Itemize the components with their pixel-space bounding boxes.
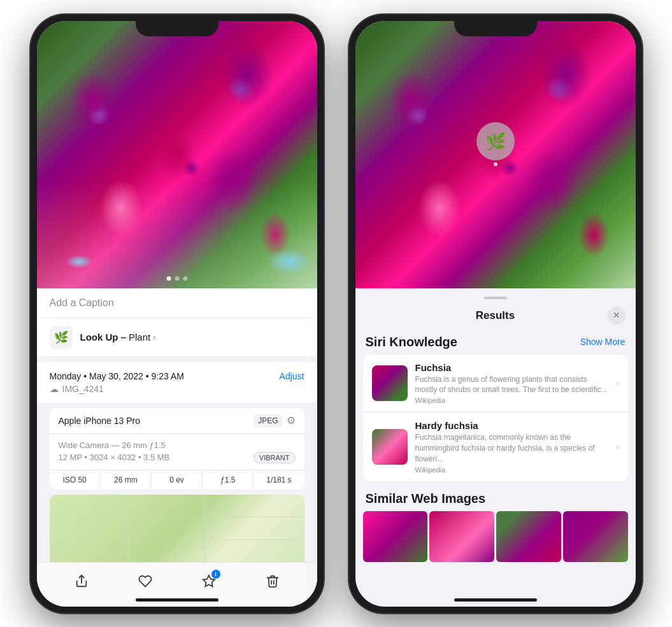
- page-dots: [166, 276, 187, 281]
- web-image-4[interactable]: [563, 511, 628, 562]
- filename-row: ☁ IMG_4241: [50, 384, 304, 394]
- knowledge-item-fuchsia[interactable]: Fuchsia Fuchsia is a genus of flowering …: [363, 355, 628, 412]
- cloud-icon: ☁: [50, 384, 59, 394]
- info-button[interactable]: i: [195, 567, 223, 595]
- badges: JPEG ⚙: [254, 414, 295, 427]
- show-more-button[interactable]: Show More: [580, 337, 626, 347]
- caption-area[interactable]: Add a Caption: [37, 288, 317, 318]
- delete-button[interactable]: [259, 567, 287, 595]
- web-images-header: Similar Web Images: [355, 486, 636, 511]
- results-title: Results: [383, 309, 608, 322]
- fuchsia-description: Fuchsia is a genus of flowering plants t…: [415, 374, 608, 396]
- date-text: Monday • May 30, 2022 • 9:23 AM: [50, 371, 184, 381]
- results-sheet: Results ✕ Siri Knowledge Show More Fuchs…: [355, 292, 636, 568]
- home-indicator-right: [454, 598, 537, 602]
- right-screen: 🌿 Results ✕ Siri Knowledge Show More: [355, 21, 636, 607]
- jpeg-badge: JPEG: [254, 414, 282, 427]
- dot-3: [183, 276, 187, 281]
- right-flower-photo: 🌿: [355, 21, 636, 288]
- camera-detail: Wide Camera — 26 mm ƒ1.5 12 MP • 3024 × …: [50, 433, 304, 470]
- notch: [136, 15, 218, 36]
- share-button[interactable]: [68, 567, 96, 595]
- fuchsia-chevron-icon: ›: [616, 378, 619, 388]
- exif-aperture: ƒ1.5: [203, 470, 254, 490]
- dot-1: [166, 276, 171, 281]
- camera-lens: Wide Camera — 26 mm ƒ1.5: [59, 440, 296, 450]
- siri-knowledge-header: Siri Knowledge Show More: [355, 330, 636, 355]
- favorite-button[interactable]: [131, 567, 159, 595]
- notch-right: [454, 15, 537, 36]
- map-area[interactable]: [50, 495, 304, 571]
- lookup-regular-label: Plant: [129, 332, 150, 342]
- fuchsia-info: Fuchsia Fuchsia is a genus of flowering …: [415, 362, 608, 405]
- hardy-fuchsia-chevron-icon: ›: [616, 442, 619, 452]
- divider-2: [50, 356, 304, 357]
- filename: IMG_4241: [62, 384, 104, 394]
- fuchsia-name: Fuchsia: [415, 362, 608, 373]
- siri-leaf-icon: 🌿: [485, 132, 506, 151]
- adjust-button[interactable]: Adjust: [280, 371, 304, 381]
- device-section: Apple iPhone 13 Pro JPEG ⚙ Wide Camera —…: [50, 408, 304, 490]
- knowledge-item-hardy-fuchsia[interactable]: Hardy fuchsia Fuchsia magellanica, commo…: [363, 412, 628, 481]
- siri-dot: [494, 162, 497, 166]
- fuchsia-source: Wikipedia: [415, 397, 608, 404]
- device-name: Apple iPhone 13 Pro: [59, 416, 140, 426]
- lookup-text: Look Up – Plant ›: [80, 332, 156, 342]
- siri-visual-search-bubble[interactable]: 🌿: [476, 122, 515, 160]
- date-row: Monday • May 30, 2022 • 9:23 AM Adjust: [50, 371, 304, 381]
- mp-text: 12 MP • 3024 × 4032 • 3.5 MB: [59, 453, 170, 462]
- hardy-fuchsia-name: Hardy fuchsia: [415, 420, 608, 431]
- lookup-row[interactable]: 🌿 Look Up – Plant ›: [37, 318, 317, 356]
- lookup-icon: 🌿: [50, 326, 73, 349]
- results-header: Results ✕: [355, 299, 636, 330]
- exif-shutter: 1/181 s: [254, 470, 304, 490]
- mp-row: 12 MP • 3024 × 4032 • 3.5 MB VIBRANT: [59, 452, 296, 463]
- photo-metadata: Monday • May 30, 2022 • 9:23 AM Adjust ☁…: [37, 362, 317, 403]
- knowledge-card: Fuchsia Fuchsia is a genus of flowering …: [363, 355, 628, 481]
- info-badge: i: [211, 570, 220, 579]
- settings-icon[interactable]: ⚙: [287, 414, 296, 426]
- caption-placeholder[interactable]: Add a Caption: [50, 297, 114, 308]
- web-image-1[interactable]: [363, 511, 428, 562]
- web-image-3[interactable]: [496, 511, 561, 562]
- left-screen: Add a Caption 🌿 Look Up – Plant › Monday…: [37, 21, 317, 607]
- home-indicator: [136, 598, 218, 602]
- exif-row: ISO 50 26 mm 0 ev ƒ1.5 1/181 s: [50, 470, 304, 490]
- dot-2: [175, 276, 179, 281]
- lookup-bold-label: Look Up –: [80, 332, 127, 342]
- web-image-2[interactable]: [429, 511, 494, 562]
- exif-iso: ISO 50: [50, 470, 101, 490]
- hardy-fuchsia-thumbnail: [372, 429, 408, 465]
- similar-web-title: Similar Web Images: [366, 491, 486, 505]
- flower-photo[interactable]: [37, 21, 317, 288]
- lookup-chevron-icon: ›: [153, 332, 155, 342]
- left-phone: Add a Caption 🌿 Look Up – Plant › Monday…: [31, 15, 324, 613]
- exif-ev: 0 ev: [152, 470, 203, 490]
- close-button[interactable]: ✕: [608, 307, 626, 325]
- fuchsia-thumbnail: [372, 365, 408, 401]
- device-row: Apple iPhone 13 Pro JPEG ⚙: [50, 408, 304, 433]
- hardy-fuchsia-info: Hardy fuchsia Fuchsia magellanica, commo…: [415, 420, 608, 473]
- exif-mm: 26 mm: [101, 470, 152, 490]
- siri-knowledge-title: Siri Knowledge: [366, 335, 457, 349]
- vibrant-badge: VIBRANT: [254, 452, 296, 463]
- hardy-fuchsia-description: Fuchsia magellanica, commonly known as t…: [415, 432, 608, 464]
- web-images-grid: [355, 511, 636, 562]
- hardy-fuchsia-source: Wikipedia: [415, 466, 608, 474]
- right-phone: 🌿 Results ✕ Siri Knowledge Show More: [349, 15, 642, 613]
